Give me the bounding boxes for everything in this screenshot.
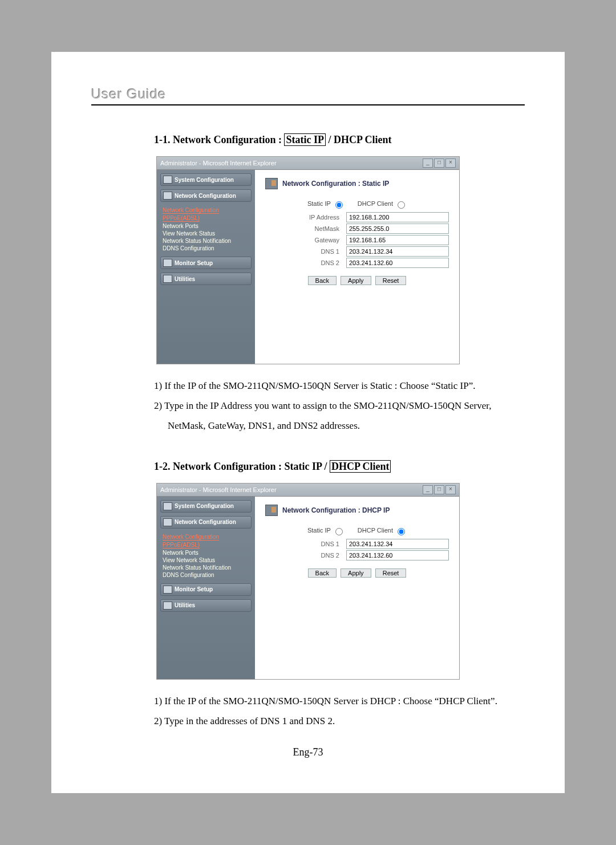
header-rule: User Guide [91, 86, 525, 105]
network-config-icon [163, 518, 172, 526]
sidebar-link-ports[interactable]: Network Ports [163, 549, 250, 556]
radio-static-label[interactable]: Static IP [307, 527, 345, 534]
sidebar-link-network-config[interactable]: Network Configuration [163, 207, 219, 214]
sidebar-link-status-notif[interactable]: Network Status Notification [163, 237, 250, 245]
network-config-icon [265, 178, 278, 189]
input-gateway[interactable] [346, 235, 449, 245]
sidebar-label: Monitor Setup [175, 260, 213, 266]
radio-dhcp[interactable] [398, 528, 405, 535]
screenshot-panel-2: Administrator - Microsoft Internet Explo… [156, 483, 460, 680]
apply-button[interactable]: Apply [341, 568, 371, 578]
sidebar-item-system-config[interactable]: System Configuration [160, 173, 252, 186]
radio-dhcp-label[interactable]: DHCP Client [358, 527, 407, 534]
sidebar-link-ddns[interactable]: DDNS Configuration [163, 245, 250, 252]
body-text-2a: 1) If the IP of the SMO-211QN/SMO-150QN … [154, 693, 525, 710]
input-dns1[interactable] [346, 246, 449, 257]
input-ip[interactable] [346, 212, 449, 222]
input-dns2[interactable] [346, 258, 449, 268]
sidebar-label: System Configuration [175, 177, 234, 183]
radio-static[interactable] [335, 201, 343, 209]
input-dns2[interactable] [346, 550, 449, 560]
back-button[interactable]: Back [308, 568, 337, 578]
sidebar-label: System Configuration [175, 503, 234, 509]
sidebar-label: Utilities [175, 276, 195, 282]
body-text-2b: 2) Type in the addresses of DNS 1 and DN… [154, 713, 525, 730]
radio-static-label[interactable]: Static IP [307, 200, 345, 207]
sidebar-label: Utilities [175, 602, 195, 608]
page-number: Eng-73 [91, 746, 525, 758]
sidebar-link-ddns[interactable]: DDNS Configuration [163, 571, 250, 579]
radio-dhcp[interactable] [398, 201, 405, 209]
label-dns2: DNS 2 [265, 552, 346, 559]
content-title: Network Configuration : Static IP [282, 180, 389, 188]
reset-button[interactable]: Reset [375, 276, 407, 285]
sidebar-item-utilities[interactable]: Utilities [160, 273, 252, 285]
input-dns1[interactable] [346, 539, 449, 549]
sidebar-links: Network Configuration PPPoE(ADSL) Networ… [160, 532, 252, 583]
sidebar-label: Network Configuration [175, 193, 236, 199]
utilities-icon [163, 602, 172, 610]
mode-radio-row: Static IP DHCP Client [265, 200, 449, 209]
sidebar-item-system-config[interactable]: System Configuration [160, 500, 252, 513]
sidebar-item-network-config[interactable]: Network Configuration [160, 189, 252, 202]
sidebar-link-view-status[interactable]: View Network Status [163, 230, 250, 237]
sidebar-link-network-config[interactable]: Network Configuration [163, 534, 219, 541]
content-title: Network Configuration : DHCP IP [282, 506, 390, 514]
sidebar-label: Monitor Setup [175, 586, 213, 592]
network-config-icon [163, 192, 172, 200]
sidebar: System Configuration Network Configurati… [157, 497, 255, 679]
section-2-boxed: DHCP Client [330, 460, 391, 473]
apply-button[interactable]: Apply [341, 276, 371, 285]
back-button[interactable]: Back [308, 276, 337, 285]
section-1-suffix: / DHCP Client [326, 134, 392, 145]
window-buttons: _ □ × [423, 485, 456, 494]
sidebar-item-utilities[interactable]: Utilities [160, 599, 252, 612]
reset-button[interactable]: Reset [375, 568, 407, 578]
sidebar-link-pppoe[interactable]: PPPoE(ADSL) [163, 542, 200, 549]
label-gateway: Gateway [265, 237, 346, 243]
window-titlebar: Administrator - Microsoft Internet Explo… [157, 157, 459, 170]
sidebar-item-network-config[interactable]: Network Configuration [160, 516, 252, 529]
sidebar-link-status-notif[interactable]: Network Status Notification [163, 564, 250, 571]
monitor-icon [163, 586, 172, 594]
screenshot-panel-1: Administrator - Microsoft Internet Explo… [156, 156, 460, 364]
input-netmask[interactable] [346, 224, 449, 234]
window-title: Administrator - Microsoft Internet Explo… [160, 486, 277, 493]
mode-radio-row: Static IP DHCP Client [265, 526, 449, 535]
system-config-icon [163, 502, 172, 510]
label-dns2: DNS 2 [265, 259, 346, 266]
system-config-icon [163, 176, 172, 184]
minimize-icon[interactable]: _ [423, 159, 433, 168]
close-icon[interactable]: × [445, 485, 456, 494]
document-page: User Guide 1-1. Network Configuration : … [51, 52, 565, 793]
sidebar-link-ports[interactable]: Network Ports [163, 222, 250, 230]
section-2-heading: 1-2. Network Configuration : Static IP /… [154, 461, 525, 473]
body-text-1c: NetMask, GateWay, DNS1, and DNS2 address… [154, 418, 525, 434]
section-1-prefix: 1-1. Network Configuration : [154, 134, 284, 145]
section-1-boxed: Static IP [284, 133, 326, 146]
minimize-icon[interactable]: _ [423, 485, 433, 494]
maximize-icon[interactable]: □ [434, 485, 444, 494]
content-area: Network Configuration : DHCP IP Static I… [255, 497, 459, 679]
sidebar-item-monitor-setup[interactable]: Monitor Setup [160, 583, 252, 596]
sidebar-label: Network Configuration [175, 519, 236, 525]
window-titlebar: Administrator - Microsoft Internet Explo… [157, 484, 459, 497]
label-dns1: DNS 1 [265, 541, 346, 547]
section-1-heading: 1-1. Network Configuration : Static IP /… [154, 134, 525, 146]
close-icon[interactable]: × [445, 159, 456, 168]
sidebar: System Configuration Network Configurati… [157, 170, 255, 364]
sidebar-link-view-status[interactable]: View Network Status [163, 556, 250, 564]
window-title: Administrator - Microsoft Internet Explo… [160, 160, 277, 166]
label-ip: IP Address [265, 214, 346, 221]
maximize-icon[interactable]: □ [434, 159, 444, 168]
section-2-prefix: 1-2. Network Configuration : Static IP / [154, 461, 330, 472]
utilities-icon [163, 275, 172, 283]
guide-title: User Guide [91, 86, 166, 101]
monitor-icon [163, 259, 172, 267]
sidebar-item-monitor-setup[interactable]: Monitor Setup [160, 257, 252, 269]
sidebar-links: Network Configuration PPPoE(ADSL) Networ… [160, 205, 252, 257]
radio-static[interactable] [335, 528, 343, 535]
network-config-icon [265, 505, 278, 516]
sidebar-link-pppoe[interactable]: PPPoE(ADSL) [163, 215, 200, 222]
radio-dhcp-label[interactable]: DHCP Client [358, 200, 407, 207]
